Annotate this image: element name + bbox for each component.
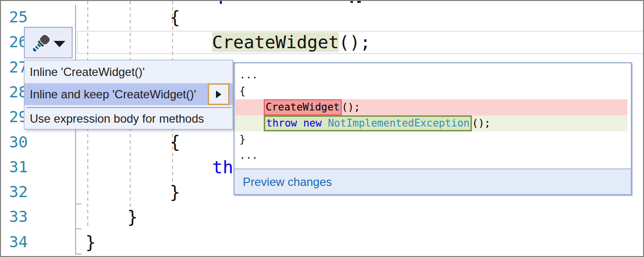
code-line-25[interactable]: { [170, 5, 180, 30]
quick-actions-button[interactable] [24, 27, 73, 58]
clipped-line24-glyph [357, 1, 361, 3]
refactor-preview-panel: ... { CreateWidget(); throw new NotImple… [234, 62, 632, 195]
code-line-30[interactable]: { [170, 129, 180, 154]
line-number: 34 [1, 230, 28, 255]
line-number: 33 [1, 204, 28, 229]
preview-close-brace: } [239, 131, 246, 147]
clipped-line24-glyph [220, 1, 222, 4]
preview-context-top: ... [239, 67, 258, 83]
code-line-33[interactable]: } [127, 204, 138, 229]
keyword-throw: throw [266, 117, 297, 129]
outlining-region-end [75, 203, 81, 204]
clipped-line24-glyph [351, 1, 353, 3]
vs-editor-screenshot: 25 26 27 28 29 30 31 32 33 34 { CreateWi… [0, 0, 644, 257]
keyword-new: new [303, 117, 322, 129]
outlining-region-end [75, 228, 81, 229]
line-number: 31 [1, 155, 28, 180]
removed-line: CreateWidget(); [235, 99, 627, 115]
line-number: 30 [1, 130, 28, 155]
submenu-arrow-icon [216, 91, 221, 98]
removed-suffix: (); [342, 101, 360, 113]
code-text: (); [339, 32, 371, 52]
added-expression-box: throw new NotImplementedException [264, 115, 472, 131]
code-line-32[interactable]: } [170, 180, 180, 204]
preview-footer: Preview changes [234, 169, 631, 194]
dropdown-arrow-icon[interactable] [54, 41, 65, 47]
added-line: throw new NotImplementedException(); [235, 115, 627, 131]
line-number: 32 [1, 180, 28, 204]
added-suffix: (); [472, 117, 490, 129]
menu-item-expression-body[interactable]: Use expression body for methods [24, 108, 233, 129]
type-name: NotImplementedException [328, 117, 469, 129]
removed-call-box: CreateWidget [264, 99, 342, 115]
line-number: 25 [1, 5, 28, 30]
quick-actions-menu: Inline 'CreateWidget()' Inline and keep … [24, 60, 233, 129]
preview-context-bottom: ... [239, 147, 258, 164]
code-line-26[interactable]: CreateWidget(); [212, 30, 371, 55]
menu-item-inline[interactable]: Inline 'CreateWidget()' [24, 61, 233, 83]
code-line-34[interactable]: } [85, 230, 96, 255]
preview-changes-link[interactable]: Preview changes [243, 169, 332, 194]
inline-target-reference[interactable]: CreateWidget [212, 32, 339, 52]
menu-item-inline-and-keep[interactable]: Inline and keep 'CreateWidget()' [24, 83, 233, 105]
preview-open-brace: { [239, 83, 246, 99]
outlining-region-end [75, 254, 81, 255]
submenu-expand-button[interactable] [208, 83, 230, 105]
outlining-margin-line [75, 5, 76, 254]
